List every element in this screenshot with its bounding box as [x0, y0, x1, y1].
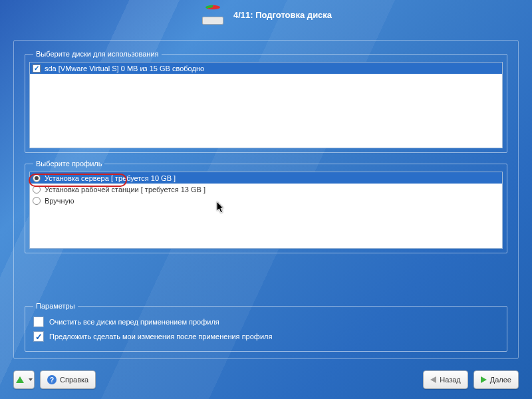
disks-fieldset: Выберите диски для использования sda [VM… [25, 50, 507, 153]
profiles-legend: Выберите профиль [33, 160, 104, 168]
arrow-up-icon [16, 376, 24, 383]
params-fieldset: Параметры Очистить все диски перед приме… [25, 302, 507, 352]
wizard-header: 4/11: Подготовка диска [0, 0, 532, 29]
profile-label: Установка сервера [ требуется 10 GB ] [45, 174, 176, 182]
param-checkbox[interactable] [33, 317, 44, 327]
help-icon: ? [47, 375, 57, 384]
back-button[interactable]: Назад [423, 370, 468, 389]
menu-button[interactable] [13, 370, 35, 389]
arrow-right-icon [481, 376, 487, 383]
next-label: Далее [490, 376, 511, 384]
disks-listbox[interactable]: sda [VMware Virtual S] 0 MB из 15 GB сво… [29, 62, 503, 148]
profile-row[interactable]: Установка сервера [ требуется 10 GB ] [30, 172, 502, 184]
profiles-listbox[interactable]: Установка сервера [ требуется 10 GB ] Ус… [29, 172, 503, 249]
disk-pie-icon [200, 5, 227, 25]
help-button[interactable]: ? Справка [40, 370, 96, 389]
profile-row[interactable]: Установка рабочей станции [ требуется 13… [30, 184, 502, 195]
profile-label: Установка рабочей станции [ требуется 13… [45, 186, 205, 194]
profiles-fieldset: Выберите профиль Установка сервера [ тре… [25, 160, 507, 253]
next-button[interactable]: Далее [473, 370, 519, 389]
profile-radio[interactable] [33, 197, 41, 205]
disk-checkbox[interactable] [33, 65, 41, 72]
param-row[interactable]: Предложить сделать мои изменения после п… [33, 331, 499, 342]
disk-row[interactable]: sda [VMware Virtual S] 0 MB из 15 GB сво… [30, 63, 502, 74]
profile-row[interactable]: Вручную [30, 195, 502, 206]
param-checkbox[interactable] [33, 331, 44, 342]
arrow-left-icon [430, 376, 436, 383]
help-label: Справка [60, 376, 88, 384]
profile-label: Вручную [45, 197, 74, 205]
main-panel: Выберите диски для использования sda [VM… [13, 40, 519, 359]
chevron-down-icon [29, 378, 33, 381]
param-row[interactable]: Очистить все диски перед применением про… [33, 317, 499, 327]
profile-radio[interactable] [33, 174, 41, 182]
page-title: 4/11: Подготовка диска [233, 10, 332, 20]
param-label: Предложить сделать мои изменения после п… [49, 332, 272, 340]
back-label: Назад [440, 376, 461, 384]
wizard-footer: ? Справка Назад Далее [13, 368, 519, 391]
params-legend: Параметры [33, 302, 78, 310]
disks-legend: Выберите диски для использования [33, 50, 162, 58]
profile-radio[interactable] [33, 186, 41, 194]
disk-label: sda [VMware Virtual S] 0 MB из 15 GB сво… [45, 65, 204, 72]
param-label: Очистить все диски перед применением про… [49, 318, 219, 326]
